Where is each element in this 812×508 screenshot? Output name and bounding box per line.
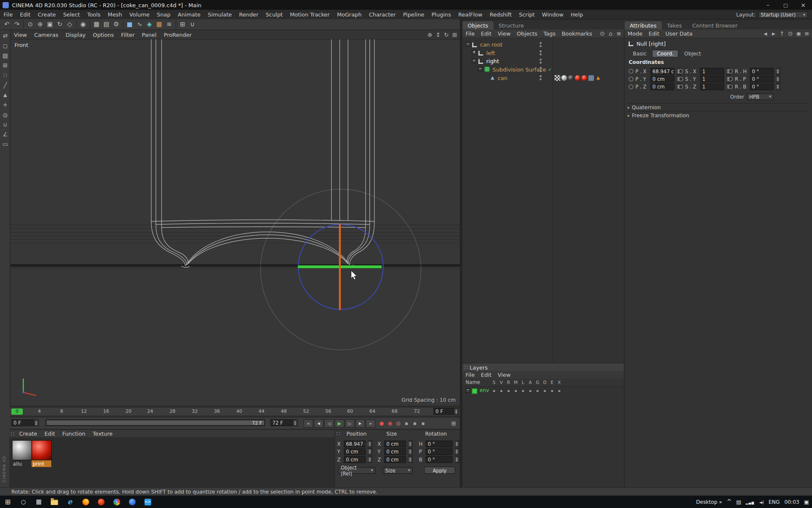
texture-mode-icon[interactable] (1, 51, 9, 60)
menu-mesh[interactable]: Mesh (104, 11, 126, 18)
position-z-field[interactable]: 0 cm (344, 456, 365, 463)
app-red-icon[interactable] (98, 498, 104, 505)
rh-field[interactable]: 0 ° (750, 68, 774, 75)
render-visibility-dot[interactable] (540, 70, 542, 72)
stepper[interactable] (368, 456, 372, 463)
chrome-icon[interactable] (113, 498, 120, 505)
expand-toggle[interactable] (478, 67, 483, 72)
material-tag-icon[interactable] (568, 75, 573, 80)
scale-icon[interactable] (45, 19, 55, 29)
menu-tools[interactable]: Tools (83, 11, 104, 18)
editor-visibility-dot[interactable] (540, 58, 542, 61)
menu-realflow[interactable]: RealFlow (455, 11, 486, 18)
layers-menu-view[interactable]: View (494, 371, 513, 379)
maximize-button[interactable] (777, 0, 795, 10)
rotation-p-field[interactable]: 0 ° (426, 448, 453, 455)
sy-field[interactable]: 1 (700, 75, 724, 82)
stepper[interactable] (776, 83, 780, 90)
keyframe-circle[interactable] (678, 69, 683, 73)
mat-menu-create[interactable]: Create (16, 430, 41, 437)
rotate-icon[interactable] (55, 19, 65, 29)
menu-render[interactable]: Render (236, 11, 262, 18)
minimize-button[interactable] (759, 0, 777, 10)
keyframe-circle[interactable] (629, 84, 634, 89)
layer-row-env[interactable]: env ▪ ▪ ▪ ▪ ▪ ▪ ▪ ▪ ▪ ▪ (462, 387, 624, 395)
panel-menu-icon[interactable] (614, 30, 623, 38)
current-frame-field[interactable]: 0 F (11, 420, 34, 426)
vp-menu-panel[interactable]: Panel (138, 32, 160, 38)
spline-pen-icon[interactable] (134, 19, 144, 29)
layer-toggle-icon[interactable]: ▪ (527, 389, 534, 393)
pz-field[interactable]: 0 cm (650, 83, 674, 90)
tab-attributes[interactable]: Attributes (625, 21, 662, 30)
stepper[interactable] (34, 420, 39, 426)
axis-mode-icon[interactable] (1, 101, 9, 109)
keyframe-circle[interactable] (678, 77, 683, 81)
menu-character[interactable]: Character (365, 11, 400, 18)
render-visibility-dot[interactable] (540, 62, 542, 64)
am-menu-edit[interactable]: Edit (645, 30, 662, 37)
om-menu-bookmarks[interactable]: Bookmarks (559, 30, 595, 37)
parameter-key-toggle[interactable] (411, 420, 418, 427)
layer-color-chip[interactable] (472, 388, 477, 394)
record-keyframe-button[interactable] (378, 420, 385, 427)
dolly-view-icon[interactable] (434, 30, 442, 39)
material-item[interactable]: allu (12, 440, 32, 467)
history-forward-icon[interactable] (770, 30, 778, 38)
order-dropdown[interactable]: HPB (747, 93, 774, 100)
subtab-basic[interactable]: Basic (629, 50, 651, 57)
om-menu-objects[interactable]: Objects (514, 30, 540, 37)
vp-menu-prorender[interactable]: ProRender (160, 32, 195, 38)
stepper[interactable] (293, 420, 298, 426)
view-label[interactable]: Front (14, 42, 28, 48)
vp-menu-display[interactable]: Display (62, 32, 89, 38)
freeze-transformation-section[interactable]: Freeze Transformation (628, 111, 809, 119)
layer-toggle-icon[interactable]: ▪ (491, 389, 497, 393)
uvw-tag-icon[interactable] (588, 75, 594, 80)
panel-grip-icon[interactable] (9, 429, 16, 438)
undo-icon[interactable] (2, 19, 12, 29)
close-button[interactable] (794, 0, 812, 10)
object-name[interactable]: left (486, 50, 495, 56)
am-menu-mode[interactable]: Mode (625, 30, 646, 37)
keyframe-circle[interactable] (728, 69, 733, 73)
stepper[interactable] (455, 440, 459, 447)
render-visibility-dot[interactable] (540, 45, 542, 47)
solo-mode-icon[interactable] (1, 110, 9, 119)
menu-script[interactable]: Script (516, 11, 538, 18)
om-menu-file[interactable]: File (462, 30, 477, 37)
rotate-view-icon[interactable] (442, 30, 451, 39)
pan-view-icon[interactable] (426, 30, 434, 39)
snap-icon[interactable] (187, 19, 197, 29)
workplane-lock-icon[interactable] (1, 140, 9, 149)
autokeying-button[interactable] (386, 420, 393, 427)
size-x-field[interactable]: 0 cm (384, 440, 406, 447)
stepper[interactable] (368, 440, 372, 447)
tab-content-browser[interactable]: Content Browser (687, 21, 743, 30)
vp-menu-view[interactable]: View (10, 32, 30, 38)
mat-menu-edit[interactable]: Edit (41, 430, 59, 437)
simulate-icon[interactable] (164, 19, 174, 29)
taskbar-search-icon[interactable] (16, 496, 31, 508)
expand-toggle[interactable] (472, 58, 477, 63)
stepper[interactable] (776, 75, 780, 82)
network-icon[interactable] (746, 499, 754, 505)
layers-menu-edit[interactable]: Edit (478, 371, 495, 379)
rotation-b-field[interactable]: 0 ° (426, 456, 453, 463)
layer-toggle-icon[interactable]: ▪ (549, 389, 555, 393)
material-name[interactable]: print (32, 460, 52, 467)
live-selection-icon[interactable] (25, 19, 35, 29)
stepper[interactable] (368, 448, 372, 455)
keyframe-circle[interactable] (678, 84, 683, 89)
menu-sculpt[interactable]: Sculpt (262, 11, 286, 18)
tab-structure[interactable]: Structure (494, 21, 529, 30)
menu-simulate[interactable]: Simulate (204, 11, 236, 18)
edges-mode-icon[interactable] (1, 81, 9, 89)
play-button[interactable] (335, 420, 344, 428)
object-name[interactable]: can (498, 75, 508, 81)
prev-frame-button[interactable] (324, 420, 334, 428)
layer-toggle-icon[interactable]: ▪ (513, 389, 519, 393)
language-indicator[interactable]: ENG (768, 499, 779, 505)
sz-field[interactable]: 1 (700, 83, 724, 90)
move-icon[interactable] (35, 19, 45, 29)
